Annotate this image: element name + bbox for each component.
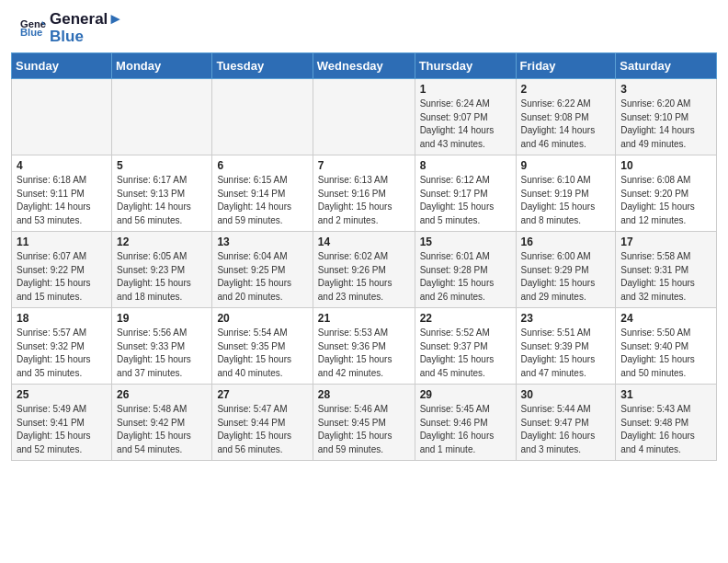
- day-number: 25: [17, 388, 107, 401]
- day-number: 27: [217, 388, 307, 401]
- day-number: 13: [217, 236, 307, 248]
- day-cell: 27Sunrise: 5:47 AMSunset: 9:44 PMDayligh…: [212, 385, 313, 461]
- week-row-3: 11Sunrise: 6:07 AMSunset: 9:22 PMDayligh…: [12, 232, 717, 308]
- day-info: Sunrise: 6:02 AMSunset: 9:26 PMDaylight:…: [318, 250, 410, 304]
- logo: General Blue General► Blue: [18, 11, 123, 45]
- day-cell: 23Sunrise: 5:51 AMSunset: 9:39 PMDayligh…: [516, 308, 616, 385]
- day-info: Sunrise: 5:51 AMSunset: 9:39 PMDaylight:…: [521, 327, 611, 380]
- week-row-4: 18Sunrise: 5:57 AMSunset: 9:32 PMDayligh…: [12, 308, 717, 385]
- day-info: Sunrise: 5:57 AMSunset: 9:32 PMDaylight:…: [17, 327, 107, 380]
- day-cell: 13Sunrise: 6:04 AMSunset: 9:25 PMDayligh…: [212, 232, 313, 308]
- day-info: Sunrise: 6:15 AMSunset: 9:14 PMDaylight:…: [217, 174, 307, 227]
- week-row-5: 25Sunrise: 5:49 AMSunset: 9:41 PMDayligh…: [12, 385, 717, 461]
- day-number: 31: [620, 388, 711, 401]
- day-cell: 6Sunrise: 6:15 AMSunset: 9:14 PMDaylight…: [212, 155, 313, 232]
- day-number: 8: [420, 159, 511, 172]
- day-info: Sunrise: 5:49 AMSunset: 9:41 PMDaylight:…: [17, 403, 107, 456]
- logo-line2: Blue: [50, 29, 123, 46]
- day-cell: 22Sunrise: 5:52 AMSunset: 9:37 PMDayligh…: [415, 308, 516, 385]
- day-info: Sunrise: 6:00 AMSunset: 9:29 PMDaylight:…: [521, 250, 611, 304]
- day-cell: [212, 79, 313, 155]
- calendar-header: SundayMondayTuesdayWednesdayThursdayFrid…: [12, 53, 717, 79]
- day-number: 2: [521, 83, 611, 96]
- day-number: 28: [318, 388, 410, 401]
- day-cell: 16Sunrise: 6:00 AMSunset: 9:29 PMDayligh…: [516, 232, 616, 308]
- day-info: Sunrise: 5:58 AMSunset: 9:31 PMDaylight:…: [620, 250, 711, 304]
- header-cell-saturday: Saturday: [616, 53, 717, 79]
- day-cell: [313, 79, 415, 155]
- header-cell-tuesday: Tuesday: [212, 53, 313, 79]
- day-info: Sunrise: 6:20 AMSunset: 9:10 PMDaylight:…: [620, 98, 711, 151]
- day-cell: 4Sunrise: 6:18 AMSunset: 9:11 PMDaylight…: [12, 155, 112, 232]
- day-info: Sunrise: 5:48 AMSunset: 9:42 PMDaylight:…: [117, 403, 207, 456]
- day-number: 30: [521, 388, 611, 401]
- day-cell: 9Sunrise: 6:10 AMSunset: 9:19 PMDaylight…: [516, 155, 616, 232]
- week-row-2: 4Sunrise: 6:18 AMSunset: 9:11 PMDaylight…: [12, 155, 717, 232]
- day-number: 3: [620, 83, 711, 96]
- day-cell: 24Sunrise: 5:50 AMSunset: 9:40 PMDayligh…: [616, 308, 717, 385]
- week-row-1: 1Sunrise: 6:24 AMSunset: 9:07 PMDaylight…: [12, 79, 717, 155]
- day-cell: 31Sunrise: 5:43 AMSunset: 9:48 PMDayligh…: [616, 385, 717, 461]
- logo-icon: General Blue: [20, 16, 46, 41]
- svg-text:Blue: Blue: [20, 27, 42, 38]
- day-cell: 5Sunrise: 6:17 AMSunset: 9:13 PMDaylight…: [112, 155, 212, 232]
- day-info: Sunrise: 6:18 AMSunset: 9:11 PMDaylight:…: [17, 174, 107, 227]
- day-number: 17: [620, 236, 711, 248]
- day-number: 15: [420, 236, 511, 248]
- day-cell: 26Sunrise: 5:48 AMSunset: 9:42 PMDayligh…: [112, 385, 212, 461]
- day-info: Sunrise: 6:17 AMSunset: 9:13 PMDaylight:…: [117, 174, 207, 227]
- day-cell: 7Sunrise: 6:13 AMSunset: 9:16 PMDaylight…: [313, 155, 415, 232]
- header-cell-monday: Monday: [112, 53, 212, 79]
- day-cell: 19Sunrise: 5:56 AMSunset: 9:33 PMDayligh…: [112, 308, 212, 385]
- day-number: 18: [17, 312, 107, 325]
- day-cell: 17Sunrise: 5:58 AMSunset: 9:31 PMDayligh…: [616, 232, 717, 308]
- day-cell: [112, 79, 212, 155]
- page-header: General Blue General► Blue: [0, 0, 728, 52]
- day-info: Sunrise: 6:13 AMSunset: 9:16 PMDaylight:…: [318, 174, 410, 227]
- day-number: 5: [117, 159, 207, 172]
- day-info: Sunrise: 5:45 AMSunset: 9:46 PMDaylight:…: [420, 403, 511, 456]
- day-cell: 18Sunrise: 5:57 AMSunset: 9:32 PMDayligh…: [12, 308, 112, 385]
- day-info: Sunrise: 5:46 AMSunset: 9:45 PMDaylight:…: [318, 403, 410, 456]
- day-info: Sunrise: 6:04 AMSunset: 9:25 PMDaylight:…: [217, 250, 307, 304]
- day-number: 4: [17, 159, 107, 172]
- day-cell: 11Sunrise: 6:07 AMSunset: 9:22 PMDayligh…: [12, 232, 112, 308]
- calendar-table: SundayMondayTuesdayWednesdayThursdayFrid…: [11, 52, 717, 461]
- day-cell: 8Sunrise: 6:12 AMSunset: 9:17 PMDaylight…: [415, 155, 516, 232]
- day-cell: [12, 79, 112, 155]
- day-info: Sunrise: 6:24 AMSunset: 9:07 PMDaylight:…: [420, 98, 511, 151]
- calendar-body: 1Sunrise: 6:24 AMSunset: 9:07 PMDaylight…: [12, 79, 717, 461]
- day-info: Sunrise: 5:53 AMSunset: 9:36 PMDaylight:…: [318, 327, 410, 380]
- day-number: 22: [420, 312, 511, 325]
- day-number: 10: [620, 159, 711, 172]
- day-number: 9: [521, 159, 611, 172]
- day-number: 21: [318, 312, 410, 325]
- day-cell: 29Sunrise: 5:45 AMSunset: 9:46 PMDayligh…: [415, 385, 516, 461]
- day-info: Sunrise: 6:05 AMSunset: 9:23 PMDaylight:…: [117, 250, 207, 304]
- day-cell: 3Sunrise: 6:20 AMSunset: 9:10 PMDaylight…: [616, 79, 717, 155]
- day-cell: 10Sunrise: 6:08 AMSunset: 9:20 PMDayligh…: [616, 155, 717, 232]
- header-cell-wednesday: Wednesday: [313, 53, 415, 79]
- day-cell: 1Sunrise: 6:24 AMSunset: 9:07 PMDaylight…: [415, 79, 516, 155]
- day-number: 19: [117, 312, 207, 325]
- day-cell: 28Sunrise: 5:46 AMSunset: 9:45 PMDayligh…: [313, 385, 415, 461]
- day-number: 24: [620, 312, 711, 325]
- day-cell: 25Sunrise: 5:49 AMSunset: 9:41 PMDayligh…: [12, 385, 112, 461]
- day-info: Sunrise: 5:47 AMSunset: 9:44 PMDaylight:…: [217, 403, 307, 456]
- logo-line1: General►: [50, 11, 123, 29]
- day-cell: 2Sunrise: 6:22 AMSunset: 9:08 PMDaylight…: [516, 79, 616, 155]
- day-number: 12: [117, 236, 207, 248]
- day-number: 16: [521, 236, 611, 248]
- day-info: Sunrise: 6:22 AMSunset: 9:08 PMDaylight:…: [521, 98, 611, 151]
- day-info: Sunrise: 6:12 AMSunset: 9:17 PMDaylight:…: [420, 174, 511, 227]
- day-cell: 12Sunrise: 6:05 AMSunset: 9:23 PMDayligh…: [112, 232, 212, 308]
- day-cell: 14Sunrise: 6:02 AMSunset: 9:26 PMDayligh…: [313, 232, 415, 308]
- day-info: Sunrise: 6:10 AMSunset: 9:19 PMDaylight:…: [521, 174, 611, 227]
- header-cell-sunday: Sunday: [12, 53, 112, 79]
- day-number: 29: [420, 388, 511, 401]
- day-cell: 30Sunrise: 5:44 AMSunset: 9:47 PMDayligh…: [516, 385, 616, 461]
- day-number: 20: [217, 312, 307, 325]
- day-info: Sunrise: 5:54 AMSunset: 9:35 PMDaylight:…: [217, 327, 307, 380]
- day-cell: 15Sunrise: 6:01 AMSunset: 9:28 PMDayligh…: [415, 232, 516, 308]
- day-number: 7: [318, 159, 410, 172]
